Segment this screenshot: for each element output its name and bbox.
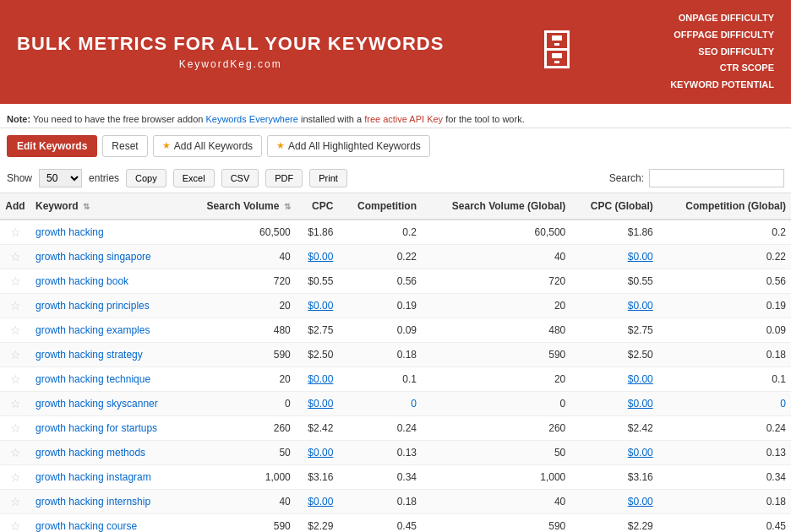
note-text1: You need to have the free browser addon bbox=[33, 114, 205, 124]
comp-cell-6: 0.1 bbox=[338, 366, 422, 391]
csv-button[interactable]: CSV bbox=[221, 169, 259, 187]
metric-seo: SEO DIFFICULTY bbox=[670, 44, 774, 61]
table-row: ☆ growth hacking for startups 260 $2.42 … bbox=[0, 415, 791, 440]
show-label: Show bbox=[7, 172, 32, 184]
metric-keyword: KEYWORD POTENTIAL bbox=[670, 77, 774, 94]
database-icon: 🗄 bbox=[537, 29, 577, 75]
sv-cell-3: 20 bbox=[183, 293, 296, 318]
comp-global-cell-7: 0 bbox=[658, 391, 791, 415]
header-cpc[interactable]: CPC bbox=[296, 193, 339, 220]
add-star-4[interactable]: ☆ bbox=[0, 318, 30, 342]
header-keyword[interactable]: Keyword ⇅ bbox=[30, 193, 183, 220]
add-star-9[interactable]: ☆ bbox=[0, 440, 30, 464]
toolbar: Edit Keywords Reset ★ Add All Keywords ★… bbox=[0, 128, 791, 164]
comp-cell-3: 0.19 bbox=[338, 293, 422, 318]
sv-global-cell-6: 20 bbox=[422, 366, 570, 391]
keyword-cell-3: growth hacking principles bbox=[30, 293, 183, 318]
add-star-6[interactable]: ☆ bbox=[0, 366, 30, 391]
comp-cell-11: 0.18 bbox=[338, 489, 422, 513]
comp-global-cell-11: 0.18 bbox=[658, 489, 791, 513]
search-right: Search: bbox=[609, 169, 784, 187]
sv-cell-1: 40 bbox=[183, 244, 296, 269]
comp-global-cell-5: 0.18 bbox=[658, 342, 791, 366]
keyword-cell-8: growth hacking for startups bbox=[30, 415, 183, 440]
cpc-cell-6: $0.00 bbox=[296, 366, 339, 391]
table-row: ☆ growth hacking 60,500 $1.86 0.2 60,500… bbox=[0, 220, 791, 245]
banner-title: BULK METRICS FOR ALL YOUR KEYWORDS bbox=[17, 33, 444, 55]
cpc-cell-12: $2.29 bbox=[296, 513, 339, 532]
add-star-1[interactable]: ☆ bbox=[0, 244, 30, 269]
excel-button[interactable]: Excel bbox=[173, 169, 215, 187]
keyword-cell-4: growth hacking examples bbox=[30, 318, 183, 342]
cpc-global-cell-7: $0.00 bbox=[570, 391, 657, 415]
table-row: ☆ growth hacking singapore 40 $0.00 0.22… bbox=[0, 244, 791, 269]
add-star-11[interactable]: ☆ bbox=[0, 489, 30, 513]
comp-cell-4: 0.09 bbox=[338, 318, 422, 342]
metric-ctr: CTR SCOPE bbox=[670, 60, 774, 77]
add-all-highlighted-button[interactable]: ★ Add All Highlighted Keywords bbox=[267, 135, 430, 157]
cpc-global-cell-9: $0.00 bbox=[570, 440, 657, 464]
cpc-global-cell-6: $0.00 bbox=[570, 366, 657, 391]
table-row: ☆ growth hacking skyscanner 0 $0.00 0 0 … bbox=[0, 391, 791, 415]
comp-cell-8: 0.24 bbox=[338, 415, 422, 440]
reset-button[interactable]: Reset bbox=[102, 135, 147, 157]
copy-button[interactable]: Copy bbox=[126, 169, 166, 187]
cpc-global-cell-1: $0.00 bbox=[570, 244, 657, 269]
add-star-5[interactable]: ☆ bbox=[0, 342, 30, 366]
api-key-link[interactable]: free active API Key bbox=[364, 114, 443, 124]
cpc-cell-4: $2.75 bbox=[296, 318, 339, 342]
comp-global-cell-3: 0.19 bbox=[658, 293, 791, 318]
cpc-cell-7: $0.00 bbox=[296, 391, 339, 415]
note-label: Note: bbox=[7, 114, 30, 124]
cpc-cell-8: $2.42 bbox=[296, 415, 339, 440]
sv-cell-10: 1,000 bbox=[183, 464, 296, 489]
metric-offpage: OFFPAGE DIFFICULTY bbox=[670, 27, 774, 44]
add-star-3[interactable]: ☆ bbox=[0, 293, 30, 318]
sv-global-cell-9: 50 bbox=[422, 440, 570, 464]
sv-global-cell-11: 40 bbox=[422, 489, 570, 513]
add-star-10[interactable]: ☆ bbox=[0, 464, 30, 489]
cpc-global-cell-3: $0.00 bbox=[570, 293, 657, 318]
table-row: ☆ growth hacking principles 20 $0.00 0.1… bbox=[0, 293, 791, 318]
cpc-global-cell-12: $2.29 bbox=[570, 513, 657, 532]
table-row: ☆ growth hacking book 720 $0.55 0.56 720… bbox=[0, 269, 791, 293]
edit-keywords-button[interactable]: Edit Keywords bbox=[7, 135, 97, 157]
cpc-global-cell-8: $2.42 bbox=[570, 415, 657, 440]
cpc-cell-1: $0.00 bbox=[296, 244, 339, 269]
comp-cell-1: 0.22 bbox=[338, 244, 422, 269]
cpc-global-cell-0: $1.86 bbox=[570, 220, 657, 245]
add-all-keywords-button[interactable]: ★ Add All Keywords bbox=[153, 135, 262, 157]
add-star-8[interactable]: ☆ bbox=[0, 415, 30, 440]
sv-cell-5: 590 bbox=[183, 342, 296, 366]
sv-global-cell-4: 480 bbox=[422, 318, 570, 342]
cpc-global-cell-2: $0.55 bbox=[570, 269, 657, 293]
table-row: ☆ growth hacking strategy 590 $2.50 0.18… bbox=[0, 342, 791, 366]
sv-cell-6: 20 bbox=[183, 366, 296, 391]
add-star-2[interactable]: ☆ bbox=[0, 269, 30, 293]
header-comp-global[interactable]: Competition (Global) bbox=[658, 193, 791, 220]
print-button[interactable]: Print bbox=[309, 169, 347, 187]
sv-global-cell-2: 720 bbox=[422, 269, 570, 293]
sv-global-cell-3: 20 bbox=[422, 293, 570, 318]
header-sv-global[interactable]: Search Volume (Global) bbox=[422, 193, 570, 220]
header-cpc-global[interactable]: CPC (Global) bbox=[570, 193, 657, 220]
metric-onpage: ONPAGE DIFFICULTY bbox=[670, 10, 774, 27]
entries-select[interactable]: 10 25 50 100 bbox=[39, 169, 82, 187]
header-competition[interactable]: Competition bbox=[338, 193, 422, 220]
comp-cell-7: 0 bbox=[338, 391, 422, 415]
show-left: Show 10 25 50 100 entries Copy Excel CSV… bbox=[7, 169, 347, 187]
pdf-button[interactable]: PDF bbox=[265, 169, 303, 187]
header-search-volume[interactable]: Search Volume ⇅ bbox=[183, 193, 296, 220]
banner: BULK METRICS FOR ALL YOUR KEYWORDS Keywo… bbox=[0, 0, 791, 104]
add-star-7[interactable]: ☆ bbox=[0, 391, 30, 415]
cpc-cell-9: $0.00 bbox=[296, 440, 339, 464]
banner-metrics: ONPAGE DIFFICULTY OFFPAGE DIFFICULTY SEO… bbox=[670, 10, 774, 94]
add-star-12[interactable]: ☆ bbox=[0, 513, 30, 532]
add-star-0[interactable]: ☆ bbox=[0, 220, 30, 245]
comp-global-cell-10: 0.34 bbox=[658, 464, 791, 489]
search-input[interactable] bbox=[649, 169, 784, 187]
sv-cell-8: 260 bbox=[183, 415, 296, 440]
keywords-everywhere-link[interactable]: Keywords Everywhere bbox=[205, 114, 297, 124]
cpc-cell-2: $0.55 bbox=[296, 269, 339, 293]
sv-cell-4: 480 bbox=[183, 318, 296, 342]
